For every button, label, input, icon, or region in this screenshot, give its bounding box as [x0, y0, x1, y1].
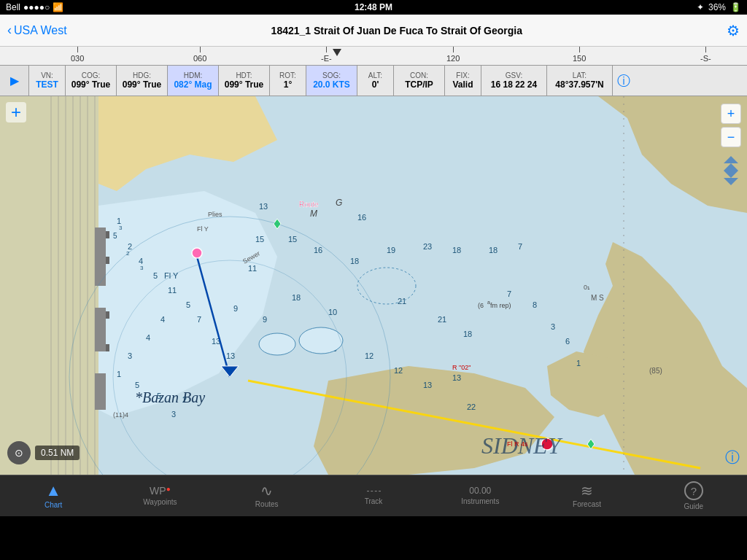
- info-button[interactable]: ⓘ: [613, 66, 635, 96]
- svg-text:18: 18: [350, 257, 359, 265]
- svg-rect-10: [95, 308, 106, 351]
- ruler-mark-060: 060: [193, 47, 206, 63]
- svg-text:*Bazan Bay: *Bazan Bay: [135, 389, 205, 406]
- tab-guide[interactable]: ? Guide: [640, 475, 747, 516]
- svg-text:9: 9: [233, 304, 238, 313]
- con-cell: CON: TCP/IP: [394, 66, 445, 96]
- lat-value: 48°37.957'N: [555, 79, 603, 90]
- waypoints-icon: WP●: [150, 486, 171, 496]
- alt-cell: ALT: 0': [357, 66, 394, 96]
- back-button[interactable]: ‹ USA West: [7, 23, 67, 38]
- ruler-mark-s: -S-: [700, 47, 711, 63]
- rot-cell: ROT: 1°: [270, 66, 306, 96]
- con-label: CON:: [410, 71, 428, 79]
- track-icon: - - - -: [366, 486, 380, 495]
- zoom-controls: + −: [721, 104, 741, 185]
- tab-chart[interactable]: ▲ Chart: [0, 475, 107, 516]
- sog-cell: SOG: 20.0 KTS: [306, 66, 357, 96]
- ruler-mark-150: 150: [573, 47, 586, 63]
- svg-text:R "02": R "02": [452, 364, 471, 371]
- routes-tab-label: Routes: [255, 500, 279, 508]
- rot-label: ROT:: [279, 71, 296, 79]
- svg-text:5: 5: [153, 271, 158, 280]
- hdm-label: HDM:: [184, 71, 203, 79]
- ruler-mark-120: 120: [446, 47, 460, 63]
- tab-routes[interactable]: ∿ Routes: [214, 475, 320, 516]
- bluetooth-icon: ✦: [697, 2, 704, 12]
- routes-icon: ∿: [260, 483, 273, 498]
- settings-button[interactable]: ⚙: [727, 22, 740, 39]
- fix-value: Valid: [452, 79, 473, 90]
- zoom-out-button[interactable]: −: [721, 127, 741, 147]
- svg-text:10: 10: [328, 308, 337, 316]
- svg-text:(11)4: (11)4: [113, 411, 128, 419]
- waypoints-tab-label: Waypoints: [143, 498, 177, 506]
- instruments-tab-label: Instruments: [461, 497, 499, 505]
- ruler-mark-030: 030: [71, 47, 84, 63]
- ruler-bar: 030 060 -E- 120 150 -S-: [0, 47, 747, 66]
- tab-waypoints[interactable]: WP● Waypoints: [107, 475, 213, 516]
- svg-text:6: 6: [565, 337, 570, 346]
- rot-value: 1°: [284, 79, 292, 90]
- svg-text:(85): (85): [649, 367, 662, 375]
- tab-track[interactable]: - - - - Track: [320, 475, 427, 516]
- svg-text:7: 7: [197, 315, 201, 324]
- pan-right-icon[interactable]: [731, 163, 738, 178]
- gps-button[interactable]: ⊙: [7, 441, 31, 464]
- scale-indicator: 0.51 NM: [35, 446, 80, 460]
- svg-text:Fl Y: Fl Y: [164, 271, 179, 280]
- svg-text:5: 5: [113, 232, 117, 240]
- hdm-cell: HDM: 082° Mag: [168, 66, 219, 96]
- svg-text:16: 16: [357, 213, 366, 222]
- gsv-label: GSV:: [506, 71, 523, 79]
- svg-text:4: 4: [160, 315, 165, 324]
- play-button[interactable]: ▶: [0, 66, 29, 96]
- alt-label: ALT:: [368, 71, 382, 79]
- svg-text:8: 8: [533, 300, 537, 309]
- status-left: Bell ●●●●○ 📶: [6, 2, 63, 12]
- svg-text:15: 15: [288, 235, 297, 244]
- pan-left-icon[interactable]: [724, 163, 731, 178]
- svg-rect-1: [0, 96, 98, 475]
- lat-label: LAT:: [573, 71, 587, 79]
- svg-text:15: 15: [255, 235, 264, 244]
- svg-point-65: [299, 327, 343, 354]
- svg-rect-13: [106, 257, 109, 264]
- fix-cell: FIX: Valid: [445, 66, 481, 96]
- svg-rect-11: [95, 373, 106, 410]
- hdm-value: 082° Mag: [174, 79, 212, 90]
- vn-label: VN:: [41, 71, 53, 79]
- tab-forecast[interactable]: ≋ Forecast: [533, 475, 640, 516]
- chart-area[interactable]: 1 5 2 4 5 11 5 7 13 13 4 4 3 1 5 5 2 3 1…: [0, 96, 747, 475]
- chart-info-button[interactable]: ⓘ: [725, 448, 740, 467]
- svg-text:1: 1: [576, 359, 581, 368]
- hdg-cell: HDG: 099° True: [117, 66, 168, 96]
- tab-instruments[interactable]: 00.00 Instruments: [427, 475, 533, 516]
- status-bar: Bell ●●●●○ 📶 12:48 PM ✦ 36% 🔋: [0, 0, 747, 15]
- forecast-icon: ≋: [581, 483, 593, 498]
- gps-icon: ⊙: [15, 447, 23, 459]
- add-layer-button[interactable]: +: [6, 102, 26, 122]
- carrier-label: Bell: [6, 2, 20, 12]
- svg-text:fm rep): fm rep): [490, 302, 511, 309]
- pan-down-icon[interactable]: [724, 178, 738, 185]
- svg-text:3: 3: [551, 322, 555, 331]
- svg-text:M: M: [310, 209, 317, 219]
- svg-rect-14: [106, 311, 109, 319]
- gsv-value: 16 18 22 24: [491, 79, 537, 90]
- alt-value: 0': [372, 79, 379, 90]
- svg-text:9: 9: [263, 315, 267, 324]
- hdt-label: HDT:: [236, 71, 252, 79]
- svg-text:16: 16: [314, 246, 322, 254]
- data-row: ▶ VN: TEST COG: 099° True HDG: 099° True…: [0, 66, 747, 96]
- scale-bar: ⊙ 0.51 NM: [7, 441, 80, 464]
- gsv-cell: GSV: 16 18 22 24: [481, 66, 547, 96]
- svg-text:12: 12: [365, 351, 374, 360]
- pan-up-icon[interactable]: [724, 156, 738, 163]
- zoom-in-button[interactable]: +: [721, 104, 741, 124]
- con-value: TCP/IP: [405, 79, 433, 90]
- cog-label: COG:: [82, 71, 101, 79]
- svg-text:22: 22: [467, 402, 476, 411]
- svg-rect-15: [106, 344, 109, 351]
- cog-cell: COG: 099° True: [66, 66, 117, 96]
